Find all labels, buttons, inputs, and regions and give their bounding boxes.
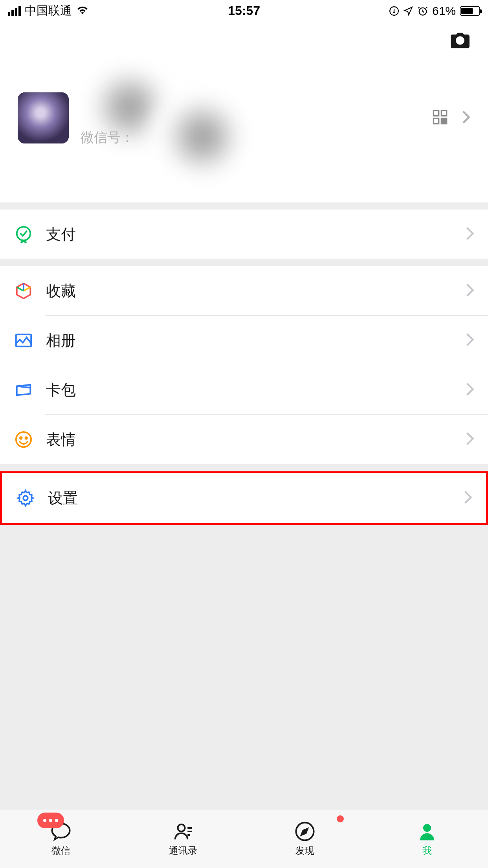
tab-contacts[interactable]: 通讯录 (122, 809, 244, 868)
chevron-right-icon (462, 110, 470, 126)
tab-chat-label: 微信 (51, 844, 70, 857)
menu-cards[interactable]: 卡包 (0, 365, 488, 415)
menu-favorites-label: 收藏 (46, 281, 466, 301)
menu-album[interactable]: 相册 (0, 316, 488, 365)
sticker-icon (14, 430, 33, 449)
svg-rect-4 (441, 110, 446, 116)
camera-icon[interactable] (450, 32, 470, 51)
svg-rect-7 (445, 118, 447, 120)
menu-pay-label: 支付 (46, 224, 466, 245)
menu-settings-label: 设置 (48, 488, 464, 508)
tab-discover-label: 发现 (295, 844, 314, 857)
menu-favorites[interactable]: 收藏 (0, 266, 488, 316)
tab-bar: 微信 通讯录 发现 我 (0, 809, 488, 868)
menu-settings[interactable]: 设置 (2, 473, 486, 523)
status-left: 中国联通 (8, 3, 89, 19)
chevron-right-icon (466, 431, 474, 448)
svg-point-13 (20, 437, 22, 439)
svg-rect-3 (433, 110, 438, 116)
svg-point-10 (17, 227, 31, 241)
section-items: 收藏 相册 卡包 表情 (0, 266, 488, 464)
chevron-right-icon (466, 283, 474, 299)
tab-me-label: 我 (422, 844, 432, 857)
menu-cards-label: 卡包 (46, 380, 466, 400)
tab-discover[interactable]: 发现 (244, 809, 366, 868)
wifi-icon (76, 3, 89, 19)
profile-card[interactable]: 微信号： (0, 61, 488, 202)
chevron-right-icon (464, 490, 472, 506)
section-settings-highlighted: 设置 (0, 471, 488, 525)
chevron-right-icon (466, 332, 474, 349)
chevron-right-icon (466, 382, 474, 398)
svg-point-12 (16, 432, 31, 447)
settings-icon (16, 488, 35, 508)
album-icon (14, 331, 33, 350)
discover-icon (293, 821, 317, 842)
chevron-right-icon (466, 226, 474, 243)
svg-point-18 (423, 824, 431, 831)
section-pay: 支付 (0, 210, 488, 259)
contacts-icon (171, 821, 195, 842)
me-icon (415, 821, 439, 842)
svg-rect-8 (441, 122, 443, 124)
chat-badge (37, 813, 64, 828)
location-icon (403, 6, 413, 16)
menu-sticker[interactable]: 表情 (0, 415, 488, 464)
cards-icon (14, 380, 33, 400)
status-right: 61% (389, 4, 480, 18)
svg-point-15 (23, 496, 28, 500)
favorites-icon (14, 281, 33, 301)
battery-icon (460, 6, 480, 16)
svg-point-14 (25, 437, 27, 439)
menu-pay[interactable]: 支付 (0, 210, 488, 259)
battery-percent: 61% (432, 4, 456, 18)
menu-sticker-label: 表情 (46, 430, 466, 450)
signal-icon (8, 6, 21, 16)
svg-rect-9 (445, 122, 447, 124)
profile-info: 微信号： (81, 109, 432, 127)
svg-rect-5 (433, 118, 438, 123)
header-top (0, 22, 488, 61)
wechat-id-label: 微信号： (81, 129, 432, 147)
menu-album-label: 相册 (46, 331, 466, 351)
carrier-label: 中国联通 (25, 3, 72, 19)
tab-contacts-label: 通讯录 (169, 844, 197, 857)
discover-badge (336, 814, 345, 824)
status-bar: 中国联通 15:57 61% (0, 0, 488, 22)
alarm-icon (417, 6, 428, 17)
pay-icon (14, 224, 33, 244)
svg-point-1 (394, 12, 394, 13)
status-time: 15:57 (228, 4, 260, 18)
avatar (18, 92, 69, 143)
qr-code-icon[interactable] (432, 109, 448, 127)
svg-rect-6 (441, 118, 443, 120)
lock-rotation-icon (389, 6, 399, 16)
svg-point-16 (178, 824, 185, 831)
tab-chat[interactable]: 微信 (0, 809, 122, 868)
tab-me[interactable]: 我 (366, 809, 488, 868)
